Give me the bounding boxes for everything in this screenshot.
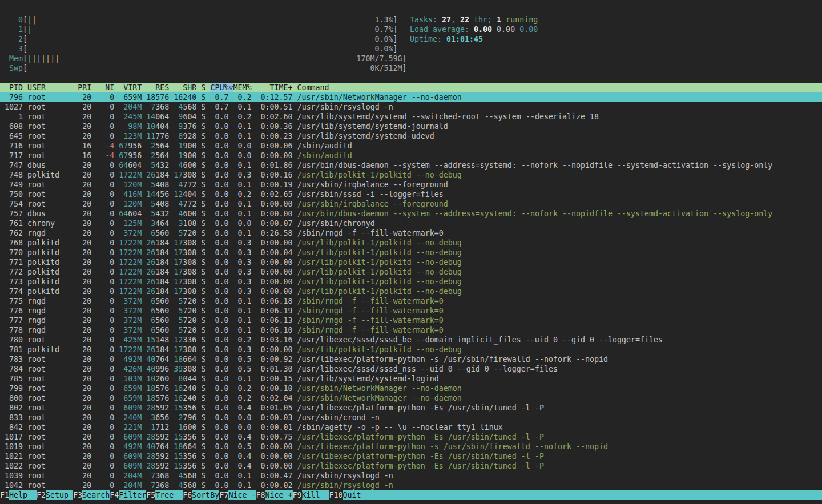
process-row-802[interactable]: 802 root 20 0 609M 28592 15356 S 0.0 0.4… [0, 403, 822, 413]
process-row-799[interactable]: 799 root 20 0 659M 18576 16240 S 0.0 0.2… [0, 384, 822, 393]
cell-pid: 717 [0, 151, 23, 160]
cell-command: /usr/lib/polkit-1/polkitd --no-debug [297, 277, 462, 286]
cell-mem: 0.1 [233, 374, 252, 383]
process-row-748[interactable]: 748 polkitd 20 0 1722M 26184 17308 S 0.0… [0, 170, 822, 180]
fn-key-f1[interactable]: F1 [0, 490, 9, 500]
fn-key-f4[interactable]: F4 [110, 490, 119, 500]
meter-close-bracket: ] [402, 64, 407, 72]
process-row-796[interactable]: 796 root 20 0 659M 18576 16240 S 0.7 0.2… [0, 92, 822, 102]
cell-mem: 0.0 [233, 151, 252, 160]
meter-open-bracket: [ [23, 25, 27, 34]
fn-label-kill[interactable]: Kill [302, 490, 329, 500]
fn-label-setup[interactable]: Setup [46, 490, 73, 500]
process-row-750[interactable]: 750 root 20 0 416M 14456 12404 S 0.0 0.2… [0, 189, 822, 199]
fn-label-help[interactable]: Help [9, 490, 37, 500]
column-header-pid[interactable]: PID [0, 83, 23, 92]
column-header-shr[interactable]: SHR [174, 83, 196, 92]
cell-command: /usr/sbin/chronyd [297, 219, 375, 228]
process-row-771[interactable]: 771 polkitd 20 0 1722M 26184 17308 S 0.0… [0, 257, 822, 267]
process-row-717[interactable]: 717 root 16 -4 67956 2564 1900 S 0.0 0.0… [0, 151, 822, 160]
cell-mem: 0.0 [233, 142, 252, 150]
cell-user: polkitd [27, 345, 68, 354]
process-row-1027[interactable]: 1027 root 20 0 204M 7368 4568 S 0.7 0.1 … [0, 102, 822, 112]
fn-key-f10[interactable]: F10 [329, 490, 343, 500]
fn-label-filter[interactable]: Filter [119, 490, 146, 500]
process-row-778[interactable]: 778 rngd 20 0 372M 6560 5720 S 0.0 0.1 0… [0, 325, 822, 335]
column-header-time[interactable]: TIME+ [251, 83, 292, 92]
fn-label-sortby[interactable]: SortBy [192, 490, 219, 500]
fn-key-f5[interactable]: F5 [146, 490, 155, 500]
process-row-747[interactable]: 747 dbus 20 0 64604 5432 4600 S 0.0 0.1 … [0, 160, 822, 170]
fn-label-nice--[interactable]: Nice - [228, 490, 256, 500]
cell-virt: 1722M [119, 171, 142, 179]
process-row-608[interactable]: 608 root 20 0 98M 10404 9376 S 0.0 0.1 0… [0, 122, 822, 131]
process-row-768[interactable]: 768 polkitd 20 0 1722M 26184 17308 S 0.0… [0, 238, 822, 248]
process-row-645[interactable]: 645 root 20 0 123M 11776 8928 S 0.0 0.1 … [0, 131, 822, 141]
process-row-833[interactable]: 833 root 20 0 240M 3656 2796 S 0.0 0.0 0… [0, 413, 822, 422]
process-row-1022[interactable]: 1022 root 20 0 609M 28592 15356 S 0.0 0.… [0, 461, 822, 471]
process-row-716[interactable]: 716 root 16 -4 67956 2564 1900 S 0.0 0.0… [0, 141, 822, 151]
process-row-761[interactable]: 761 chrony 20 0 125M 3464 3108 S 0.0 0.0… [0, 219, 822, 228]
process-row-749[interactable]: 749 root 20 0 120M 5408 4772 S 0.0 0.1 0… [0, 180, 822, 189]
cell-pid: 778 [0, 326, 23, 334]
process-row-1019[interactable]: 1019 root 20 0 492M 40764 18664 S 0.0 0.… [0, 442, 822, 451]
process-row-1[interactable]: 1 root 20 0 245M 14064 9604 S 0.0 0.2 0:… [0, 112, 822, 122]
column-header-user[interactable]: USER [27, 83, 68, 92]
process-row-1042[interactable]: 1042 root 20 0 204M 7368 4568 S 0.0 0.1 … [0, 481, 822, 490]
process-row-783[interactable]: 783 root 20 0 492M 40764 18664 S 0.0 0.5… [0, 354, 822, 364]
cell-res: 11776 [146, 132, 169, 140]
process-row-770[interactable]: 770 polkitd 20 0 1722M 26184 17308 S 0.0… [0, 248, 822, 257]
fn-label-tree[interactable]: Tree [155, 490, 183, 500]
process-row-773[interactable]: 773 polkitd 20 0 1722M 26184 17308 S 0.0… [0, 277, 822, 287]
fn-key-f3[interactable]: F3 [73, 490, 82, 500]
fn-key-f9[interactable]: F9 [293, 490, 302, 500]
fn-label-nice-+[interactable]: Nice + [265, 490, 292, 500]
column-header-virt[interactable]: VIRT [119, 83, 142, 92]
process-row-842[interactable]: 842 root 20 0 221M 1712 1600 S 0.0 0.0 0… [0, 422, 822, 432]
column-header-cpu[interactable]: CPU%▽ [210, 83, 233, 92]
cell-state: S [201, 142, 206, 150]
process-row-785[interactable]: 785 root 20 0 103M 10260 8044 S 0.0 0.1 … [0, 374, 822, 384]
cell-pid: 799 [0, 384, 23, 393]
process-row-1039[interactable]: 1039 root 20 0 204M 7368 4568 S 0.0 0.1 … [0, 471, 822, 481]
cell-shr: 4568 [174, 481, 196, 490]
cell-command: /usr/libexec/platform-python -s /usr/sbi… [297, 355, 608, 364]
fn-key-f6[interactable]: F6 [183, 490, 192, 500]
fn-key-f7[interactable]: F7 [219, 490, 228, 500]
meter-bar-green: | [27, 54, 32, 63]
column-header-res[interactable]: RES [146, 83, 169, 92]
process-row-800[interactable]: 800 root 20 0 659M 18576 16240 S 0.0 0.2… [0, 393, 822, 403]
process-row-777[interactable]: 777 rngd 20 0 372M 6560 5720 S 0.0 0.1 0… [0, 316, 822, 325]
process-row-781[interactable]: 781 polkitd 20 0 1722M 26184 17308 S 0.0… [0, 345, 822, 354]
process-row-774[interactable]: 774 polkitd 20 0 1722M 26184 17308 S 0.0… [0, 287, 822, 296]
process-row-757[interactable]: 757 dbus 20 0 64604 5432 4600 S 0.0 0.1 … [0, 209, 822, 219]
column-header-command[interactable]: Command [293, 83, 329, 92]
fn-key-f8[interactable]: F8 [256, 490, 265, 500]
column-header-pri[interactable]: PRI [73, 83, 91, 92]
cell-command: /usr/lib/systemd/systemd-udevd [297, 132, 434, 140]
meter-bar-yellow: | [32, 15, 37, 24]
column-header-mem[interactable]: MEM% [233, 83, 251, 92]
fn-key-f2[interactable]: F2 [37, 490, 46, 500]
cell-user: polkitd [27, 239, 68, 247]
cell-mem: 0.2 [233, 112, 252, 121]
cell-state: S [201, 433, 206, 441]
cell-virt: 67956 [119, 151, 142, 160]
process-row-1017[interactable]: 1017 root 20 0 609M 28592 15356 S 0.0 0.… [0, 432, 822, 442]
cell-time: 0:00.00 [252, 209, 293, 218]
column-header-ni[interactable]: NI [96, 83, 114, 92]
process-row-784[interactable]: 784 root 20 0 426M 40996 39308 S 0.0 0.5… [0, 364, 822, 374]
process-row-780[interactable]: 780 root 20 0 425M 15148 12336 S 0.0 0.2… [0, 335, 822, 345]
process-row-1021[interactable]: 1021 root 20 0 609M 28592 15356 S 0.0 0.… [0, 451, 822, 461]
cell-command: /usr/sbin/crond -n [297, 413, 380, 422]
fn-label-search[interactable]: Search [82, 490, 110, 500]
process-row-775[interactable]: 775 rngd 20 0 372M 6560 5720 S 0.0 0.1 0… [0, 296, 822, 306]
process-row-754[interactable]: 754 root 20 0 120M 5408 4772 S 0.0 0.1 0… [0, 199, 822, 209]
cell-state: S [201, 374, 206, 383]
process-row-772[interactable]: 772 polkitd 20 0 1722M 26184 17308 S 0.0… [0, 267, 822, 277]
cell-mem: 0.3 [233, 345, 251, 354]
process-row-776[interactable]: 776 rngd 20 0 372M 6560 5720 S 0.0 0.1 0… [0, 306, 822, 316]
cell-state: S [201, 355, 206, 364]
fn-label-quit[interactable]: Quit [343, 490, 822, 500]
process-row-762[interactable]: 762 rngd 20 0 372M 6560 5720 S 0.0 0.1 0… [0, 228, 822, 238]
